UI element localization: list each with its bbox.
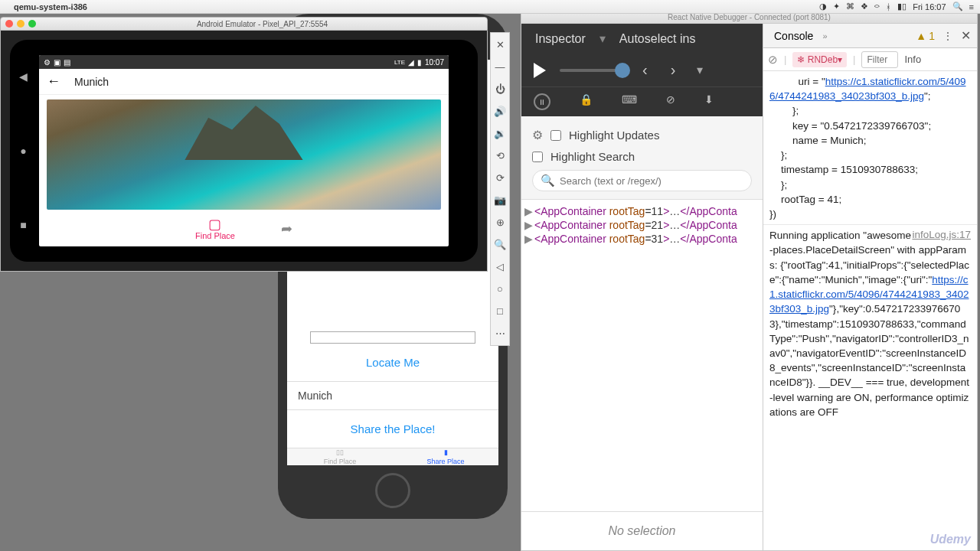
inspector-search[interactable]: 🔍 <box>532 170 752 191</box>
lock-icon[interactable]: 🔒 <box>580 93 593 110</box>
inspector-panel: Inspector ▾ Autoselect ins ‹ › ▾ ⏸ 🔒 ⌨ ⊘… <box>521 24 763 550</box>
close-icon[interactable]: ✕ <box>496 39 505 51</box>
overview-icon[interactable]: □ <box>497 305 503 317</box>
rotate-right-icon[interactable]: ⟳ <box>496 172 505 184</box>
emulator-title: Android Emulator - Pixel_API_27:5554 <box>42 20 482 28</box>
more-icon[interactable]: ⋯ <box>495 328 505 339</box>
back-icon[interactable]: ◁ <box>496 261 504 272</box>
pause-icon[interactable]: ⏸ <box>534 93 550 110</box>
wifi-icon[interactable]: ⌔ <box>874 2 880 11</box>
tree-node[interactable]: ▶<AppContainer rootTag=11>…</AppConta <box>524 204 760 218</box>
battery-icon[interactable]: ▮▯ <box>897 2 906 11</box>
autoselect-tab[interactable]: Autoselect ins <box>619 32 696 46</box>
console-tab[interactable]: Console <box>769 27 818 45</box>
emulator-titlebar[interactable]: Android Emulator - Pixel_API_27:5554 <box>0 17 488 31</box>
share-place-button[interactable]: Share the Place! <box>287 410 498 448</box>
tree-node[interactable]: ▶<AppContainer rootTag=21>…</AppConta <box>524 218 760 232</box>
android-nav-buttons: ◀ ● ■ <box>19 40 28 262</box>
nav-home-icon[interactable]: ● <box>20 145 26 157</box>
home-icon[interactable]: ○ <box>497 283 503 295</box>
context-selector[interactable]: ❄ RNDeb▾ <box>792 52 847 67</box>
close-window-icon[interactable] <box>5 20 13 28</box>
step-back-icon[interactable]: ‹ <box>642 61 648 79</box>
bottom-tab-bar: ▯▯ Find Place ▮ Share Place <box>287 448 498 465</box>
level-selector[interactable]: Info <box>904 54 921 65</box>
menubar-app-name: qemu-system-i386 <box>14 2 87 11</box>
playback-slider[interactable] <box>560 69 629 72</box>
menu-extra-icon[interactable]: ◑ <box>819 2 827 11</box>
place-name-input[interactable]: Munich <box>287 381 498 410</box>
inspector-options: ⚙ Highlight Updates Highlight Search 🔍 <box>521 116 763 200</box>
share-icon: ▮ <box>444 448 448 456</box>
minimize-window-icon[interactable] <box>17 20 24 28</box>
chevron-down-icon[interactable]: ▾ <box>599 31 606 46</box>
location-icon[interactable]: ⊕ <box>496 217 505 228</box>
menubar-clock[interactable]: Fri 16:07 <box>913 2 946 11</box>
camera-icon[interactable]: 📷 <box>494 194 506 206</box>
gear-icon[interactable]: ⚙ <box>532 128 543 142</box>
home-button[interactable] <box>375 473 410 508</box>
power-icon[interactable]: ⏻ <box>495 83 505 95</box>
console-output[interactable]: uri = "https://c1.staticflickr.com/5/409… <box>763 71 977 550</box>
warning-badge[interactable]: ▲ 1 <box>916 30 935 42</box>
dropdown-icon[interactable]: ▾ <box>697 63 703 77</box>
android-status-bar: ⚙ ▣ ▤ LTE ◢ ▮ 10:07 <box>39 55 449 69</box>
nav-back-icon[interactable]: ◀ <box>19 70 28 83</box>
download-icon[interactable]: ⬇ <box>704 93 714 110</box>
console-toolbar: ⊘ | ❄ RNDeb▾ | Info <box>763 48 977 71</box>
divider: | <box>853 54 855 65</box>
status-time: 10:07 <box>425 58 444 67</box>
play-button[interactable] <box>534 63 546 78</box>
highlight-updates-checkbox[interactable] <box>550 130 561 141</box>
filter-input[interactable] <box>861 51 898 68</box>
place-image <box>47 99 441 210</box>
highlight-search-checkbox[interactable] <box>532 152 543 162</box>
console-panel: Console » ▲ 1 ⋮ ✕ ⊘ | ❄ RNDeb▾ | Info ur… <box>763 24 977 550</box>
bluetooth-icon[interactable]: ᚼ <box>886 2 891 11</box>
status-debug-icon: ▣ <box>54 58 60 67</box>
find-place-button[interactable]: ▢ Find Place <box>195 217 235 240</box>
keyboard-icon[interactable]: ⌨ <box>622 93 637 110</box>
volume-down-icon[interactable]: 🔉 <box>494 128 506 139</box>
status-app-icon: ▤ <box>64 58 70 67</box>
menu-extra-icon[interactable]: ❖ <box>861 2 868 11</box>
inspector-header: Inspector ▾ Autoselect ins <box>521 24 763 54</box>
mac-menubar: qemu-system-i386 ◑ ✦ ⌘ ❖ ⌔ ᚼ ▮▯ Fri 16:0… <box>0 0 980 14</box>
notification-icon[interactable]: ≡ <box>969 2 974 11</box>
emulator-body: ◀ ● ■ ⚙ ▣ ▤ LTE ◢ ▮ 10:07 ← <box>0 31 488 272</box>
landscape-phone-frame: ◀ ● ■ ⚙ ▣ ▤ LTE ◢ ▮ 10:07 ← <box>10 40 478 262</box>
spotlight-icon[interactable]: 🔍 <box>952 2 963 11</box>
back-arrow-icon[interactable]: ← <box>47 73 60 90</box>
step-forward-icon[interactable]: › <box>671 61 676 79</box>
tab-find-place[interactable]: ▯▯ Find Place <box>287 448 393 465</box>
rotate-left-icon[interactable]: ⟲ <box>496 150 505 161</box>
zoom-window-icon[interactable] <box>28 20 36 28</box>
close-panel-icon[interactable]: ✕ <box>961 28 971 43</box>
status-gear-icon: ⚙ <box>44 58 51 67</box>
component-tree[interactable]: ▶<AppContainer rootTag=11>…</AppConta ▶<… <box>521 200 763 511</box>
clear-console-icon[interactable]: ⊘ <box>768 53 778 67</box>
emulator-toolbar: ✕ — ⏻ 🔊 🔉 ⟲ ⟳ 📷 ⊕ 🔍 ◁ ○ □ ⋯ <box>490 32 510 346</box>
zoom-icon[interactable]: 🔍 <box>494 239 506 250</box>
minimize-icon[interactable]: — <box>495 61 505 73</box>
traffic-lights[interactable] <box>5 20 36 28</box>
tab-share-place[interactable]: ▮ Share Place <box>393 448 498 465</box>
console-tabs: Console » ▲ 1 ⋮ ✕ <box>763 24 977 48</box>
tree-node[interactable]: ▶<AppContainer rootTag=31>…</AppConta <box>524 232 760 246</box>
menu-extra-icon[interactable]: ✦ <box>833 2 840 11</box>
map-placeholder[interactable] <box>310 331 475 344</box>
share-icon[interactable]: ➦ <box>281 220 292 237</box>
map-icon: ▯▯ <box>336 448 344 456</box>
highlight-updates-label: Highlight Updates <box>569 129 659 142</box>
expand-tabs-icon[interactable]: » <box>822 31 827 41</box>
volume-up-icon[interactable]: 🔊 <box>494 106 506 117</box>
menu-extra-icon[interactable]: ⌘ <box>846 2 854 11</box>
nav-recents-icon[interactable]: ■ <box>20 219 26 231</box>
disable-icon[interactable]: ⊘ <box>666 93 675 110</box>
no-selection-label: No selection <box>521 511 763 550</box>
signal-icon: ◢ <box>408 58 414 67</box>
search-input[interactable] <box>560 175 743 187</box>
kebab-menu-icon[interactable]: ⋮ <box>942 30 953 42</box>
inspector-tab[interactable]: Inspector <box>535 32 586 46</box>
locate-me-button[interactable]: Locate Me <box>287 344 498 381</box>
